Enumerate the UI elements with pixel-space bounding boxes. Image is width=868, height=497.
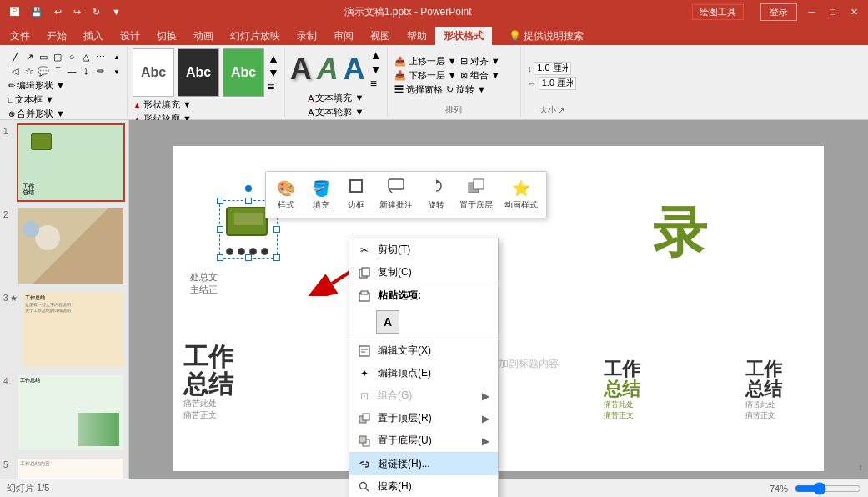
close-btn[interactable]: ✕ <box>847 5 861 19</box>
float-btn-rotate[interactable]: 旋转 <box>419 175 453 214</box>
styles-more[interactable]: ≡ <box>268 80 279 93</box>
shape-rounded[interactable]: ▢ <box>51 50 64 63</box>
shape-scroll-down[interactable]: ▼ <box>110 65 123 78</box>
tab-insert[interactable]: 插入 <box>75 27 112 45</box>
style-swatch-dark[interactable]: Abc <box>178 48 219 97</box>
edit-shape-btn[interactable]: ✏ 编辑形状 ▼ <box>8 79 122 92</box>
style-swatch-white[interactable]: Abc <box>133 48 174 97</box>
shape-arrow[interactable]: ↗ <box>23 50 36 63</box>
selection-pane-btn[interactable]: ☰ 选择窗格 <box>394 83 443 96</box>
more-btn[interactable]: ▼ <box>108 5 124 18</box>
wordart-a2[interactable]: A <box>317 52 339 87</box>
ctx-cut[interactable]: ✂ 剪切(T) <box>349 238 498 261</box>
height-input[interactable] <box>534 62 571 75</box>
rotate-handle[interactable] <box>245 185 252 192</box>
powerpoint-icon[interactable]: 🅿 <box>7 5 23 18</box>
tab-help[interactable]: 帮助 <box>399 27 435 45</box>
tab-record[interactable]: 录制 <box>288 27 325 45</box>
wordart-a1[interactable]: A <box>290 52 312 87</box>
slide-thumb-2[interactable]: 2 <box>3 207 125 285</box>
shape-free[interactable]: ✏ <box>93 64 107 78</box>
handle-br[interactable] <box>273 254 280 261</box>
float-btn-anim[interactable]: ⭐ 动画样式 <box>499 176 543 214</box>
ctx-send-back[interactable]: 置于底层(U) ▶ <box>349 429 498 452</box>
ctx-search[interactable]: 搜索(H) <box>349 475 498 497</box>
wordart-scroll-down[interactable]: ▼ <box>370 63 382 76</box>
handle-tm[interactable] <box>245 198 252 204</box>
slide-preview-4[interactable]: 工作总结 <box>17 374 125 452</box>
tab-shape-format[interactable]: 形状格式 <box>435 27 492 45</box>
wordart-more[interactable]: ≡ <box>370 77 382 90</box>
align-btn[interactable]: ⊞ 对齐 ▼ <box>460 55 500 68</box>
slide-info: 幻灯片 1/5 <box>7 482 49 494</box>
tab-home[interactable]: 开始 <box>38 27 75 45</box>
float-btn-fill[interactable]: 🪣 填充 <box>304 176 338 214</box>
shape-star[interactable]: ☆ <box>23 64 36 78</box>
ctx-group[interactable]: ⊡ 组合(G) ▶ <box>349 384 498 407</box>
ctx-hyperlink[interactable]: 超链接(H)... <box>349 452 498 475</box>
login-button[interactable]: 登录 <box>760 3 797 21</box>
save-btn[interactable]: 💾 <box>28 5 46 19</box>
text-fill-btn[interactable]: A 文本填充 ▼ <box>308 92 364 104</box>
shape-conn[interactable]: ⤵ <box>79 64 93 78</box>
slide-thumb-3[interactable]: 3 ★ 工作总结 这里有一些文字内容说明 关于工作总结的详细说明 <box>3 290 125 369</box>
tab-design[interactable]: 设计 <box>112 27 148 45</box>
slide-preview-3[interactable]: 工作总结 这里有一些文字内容说明 关于工作总结的详细说明 <box>21 290 125 369</box>
wordart-scroll-up[interactable]: ▲ <box>370 48 382 62</box>
tab-slideshow[interactable]: 幻灯片放映 <box>222 27 288 45</box>
float-btn-border[interactable]: 边框 <box>339 175 373 214</box>
handle-bm[interactable] <box>245 254 252 261</box>
tab-view[interactable]: 视图 <box>362 27 399 45</box>
text-outline-btn[interactable]: A 文本轮廓 ▼ <box>308 106 364 118</box>
style-swatch-green[interactable]: Abc <box>223 48 264 97</box>
redo-btn[interactable]: ↪ <box>70 5 84 19</box>
shape-fill-btn[interactable]: ▲ 形状填充 ▼ <box>133 98 279 111</box>
text-box-btn[interactable]: □ 文本框 ▼ <box>8 93 122 106</box>
slide-thumb-1[interactable]: 1 工作总结 <box>3 123 125 202</box>
shape-tri[interactable]: △ <box>79 50 93 63</box>
ctx-edit-points[interactable]: ✦ 编辑顶点(E) <box>349 362 498 384</box>
styles-scroll-up[interactable]: ▲ <box>268 52 279 65</box>
tab-animation[interactable]: 动画 <box>185 27 222 45</box>
handle-tl[interactable] <box>217 198 223 204</box>
slide-preview-2[interactable] <box>17 207 125 285</box>
group-btn[interactable]: ⊠ 组合 ▼ <box>460 69 500 82</box>
slide-thumb-4[interactable]: 4 工作总结 <box>3 374 125 452</box>
handle-bl[interactable] <box>217 254 223 261</box>
width-input[interactable] <box>539 77 576 90</box>
shape-line[interactable]: ╱ <box>8 50 22 63</box>
float-btn-sendback[interactable]: 置于底层 <box>454 175 498 214</box>
tab-transition[interactable]: 切换 <box>148 27 185 45</box>
slide-preview-1[interactable]: 工作总结 <box>17 123 125 202</box>
handle-ml[interactable] <box>217 226 223 233</box>
move-down-btn[interactable]: 📥 下移一层 ▼ <box>394 69 457 82</box>
ctx-bring-front[interactable]: 置于顶层(R) ▶ <box>349 407 498 429</box>
handle-mr[interactable] <box>273 226 280 233</box>
float-btn-style[interactable]: 🎨 样式 <box>269 176 303 214</box>
paste-option-btn[interactable]: A <box>376 310 399 334</box>
shape-scroll-up[interactable]: ▲ <box>110 50 123 63</box>
minimize-btn[interactable]: ─ <box>805 5 819 18</box>
maximize-btn[interactable]: □ <box>826 5 839 18</box>
zoom-slider[interactable] <box>795 482 861 495</box>
shape-oval[interactable]: ○ <box>65 50 78 63</box>
shape-rect[interactable]: ▭ <box>37 50 50 63</box>
shape-rtri[interactable]: ◁ <box>8 64 22 78</box>
undo-btn[interactable]: ↩ <box>51 5 65 19</box>
rotate-btn[interactable]: ↻ 旋转 ▼ <box>446 83 486 96</box>
search-help[interactable]: 💡 提供说明搜索 <box>500 27 592 45</box>
redo2-btn[interactable]: ↻ <box>89 5 103 19</box>
shape-more[interactable]: ⋯ <box>93 50 107 63</box>
ctx-copy[interactable]: 复制(C) <box>349 261 498 284</box>
move-up-btn[interactable]: 📤 上移一层 ▼ <box>394 55 457 68</box>
styles-scroll-down[interactable]: ▼ <box>268 66 279 79</box>
wordart-a3[interactable]: A <box>344 52 365 87</box>
shape-curve[interactable]: ⌒ <box>51 64 64 78</box>
float-btn-comment[interactable]: 新建批注 <box>374 175 418 214</box>
shape-line2[interactable]: — <box>65 64 78 78</box>
merge-shapes-btn[interactable]: ⊕ 合并形状 ▼ <box>8 108 122 120</box>
shape-callout[interactable]: 💬 <box>37 64 50 78</box>
tab-file[interactable]: 文件 <box>2 27 38 45</box>
ctx-edit-text[interactable]: 编辑文字(X) <box>349 339 498 362</box>
tab-review[interactable]: 审阅 <box>325 27 362 45</box>
